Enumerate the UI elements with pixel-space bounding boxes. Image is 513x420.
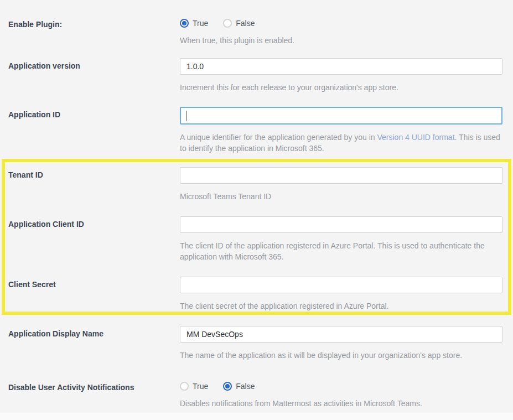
radio-true-label: True: [193, 19, 208, 28]
form-row-tenant-id: Tenant ID Microsoft Teams Tenant ID: [5, 167, 508, 202]
radio-false-label: False: [236, 382, 255, 391]
disable-notifications-radio-group: True False: [180, 380, 502, 391]
form-row-application-version: Application version Increment this for e…: [0, 58, 513, 93]
bottom-strip: [0, 413, 513, 420]
application-version-help: Increment this for each release to your …: [180, 82, 502, 93]
application-id-input[interactable]: [180, 107, 502, 125]
enable-plugin-radio-group: True False: [180, 17, 502, 28]
radio-selected-icon: [180, 19, 189, 28]
disable-notifications-help: Disables notifications from Mattermost a…: [180, 398, 502, 409]
highlight-box: Tenant ID Microsoft Teams Tenant ID Appl…: [2, 159, 511, 315]
help-text-before: A unique identifier for the application …: [180, 133, 377, 142]
application-display-name-help: The name of the application as it will b…: [180, 350, 502, 361]
disable-notifications-radio-true[interactable]: True: [180, 382, 208, 391]
form-row-client-secret: Client Secret The client secret of the a…: [5, 277, 508, 312]
disable-notifications-label: Disable User Activity Notifications: [8, 382, 134, 393]
radio-unselected-icon: [180, 382, 189, 391]
uuid-format-link[interactable]: Version 4 UUID format: [377, 133, 454, 142]
application-display-name-input[interactable]: [180, 326, 502, 343]
enable-plugin-radio-true[interactable]: True: [180, 19, 208, 28]
application-client-id-label: Application Client ID: [8, 219, 84, 230]
application-version-input[interactable]: [180, 58, 502, 75]
enable-plugin-label: Enable Plugin:: [8, 19, 62, 30]
form-row-disable-notifications: Disable User Activity Notifications True…: [0, 380, 513, 409]
form-row-enable-plugin: Enable Plugin: True False When true, thi…: [0, 17, 513, 46]
form-row-application-display-name: Application Display Name The name of the…: [0, 326, 513, 361]
application-version-label: Application version: [8, 61, 80, 71]
form-row-application-client-id: Application Client ID The client ID of t…: [5, 216, 508, 262]
tenant-id-label: Tenant ID: [8, 170, 43, 180]
disable-notifications-radio-false[interactable]: False: [223, 382, 255, 391]
tenant-id-help: Microsoft Teams Tenant ID: [180, 191, 502, 202]
enable-plugin-radio-false[interactable]: False: [223, 19, 255, 28]
application-client-id-input[interactable]: [180, 216, 502, 233]
client-secret-input[interactable]: [180, 277, 502, 293]
client-secret-label: Client Secret: [8, 279, 56, 290]
enable-plugin-help: When true, this plugin is enabled.: [180, 35, 502, 46]
form-row-application-id: Application ID A unique identifier for t…: [0, 107, 513, 154]
application-id-help: A unique identifier for the application …: [180, 132, 502, 154]
radio-true-label: True: [193, 382, 208, 391]
radio-selected-icon: [223, 382, 232, 391]
tenant-id-input[interactable]: [180, 167, 502, 184]
plugin-settings-form: Enable Plugin: True False When true, thi…: [0, 0, 513, 409]
text-caret: [186, 111, 186, 121]
radio-unselected-icon: [223, 19, 232, 28]
application-client-id-help: The client ID of the application registe…: [180, 240, 502, 262]
radio-false-label: False: [236, 19, 255, 28]
application-id-label: Application ID: [8, 110, 60, 120]
application-display-name-label: Application Display Name: [8, 329, 103, 339]
client-secret-help: The client secret of the application reg…: [180, 300, 502, 312]
